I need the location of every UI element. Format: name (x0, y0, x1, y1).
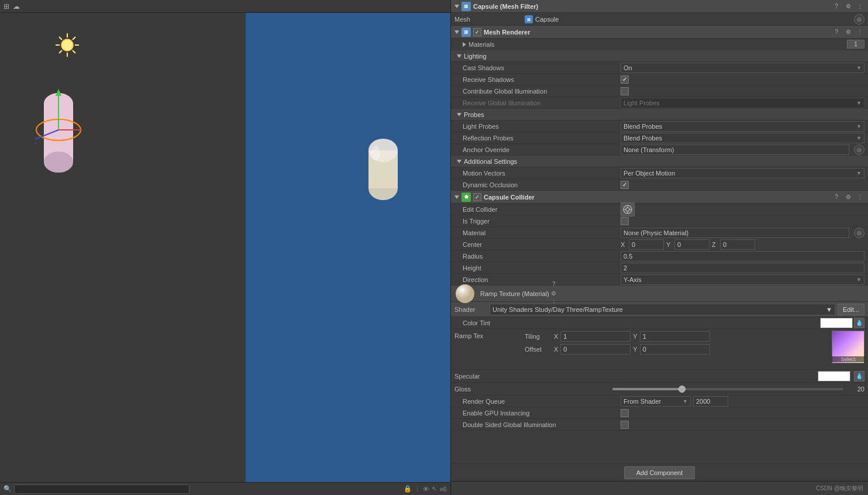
cast-shadows-value[interactable]: On ▼ (621, 63, 864, 73)
color-tint-swatch[interactable] (820, 318, 853, 328)
reflection-probes-dropdown[interactable]: Blend Probes ▼ (621, 133, 864, 143)
center-x-label: X (621, 241, 628, 248)
mesh-renderer-help-icon[interactable]: ? (832, 28, 841, 37)
mesh-renderer-header[interactable]: ▦ Mesh Renderer ? ⚙ ⋮ (451, 26, 868, 39)
gloss-slider-container[interactable]: 20 (612, 386, 864, 393)
height-input[interactable] (621, 263, 864, 273)
shader-edit-btn[interactable]: Edit... (838, 304, 864, 315)
tiling-y-label: Y (633, 333, 637, 340)
tiling-label: Tiling (525, 333, 554, 340)
collider-material-option: None (Physic Material) (624, 229, 688, 236)
lighting-subsection[interactable]: Lighting (451, 50, 868, 62)
is-trigger-row: Is Trigger (451, 215, 868, 227)
tiling-y-input[interactable] (640, 331, 710, 342)
motion-vectors-dropdown[interactable]: Per Object Motion ▼ (621, 168, 864, 178)
center-y-input[interactable] (674, 239, 709, 250)
mesh-renderer-enabled[interactable] (473, 28, 481, 36)
viewport-main[interactable]: X Y Z Persp (0, 13, 450, 482)
offset-x-input[interactable] (560, 344, 631, 355)
svg-marker-25 (56, 89, 61, 96)
mesh-filter-menu-icon[interactable]: ⋮ (855, 2, 864, 11)
ramp-tex-row: Ramp Tex Tiling X Y Offset X (451, 329, 868, 370)
cast-shadows-dropdown[interactable]: On ▼ (621, 63, 864, 73)
additional-settings-subsection[interactable]: Additional Settings (451, 156, 868, 167)
render-queue-label: Render Queue (463, 398, 621, 405)
contribute-gi-checkbox[interactable] (621, 87, 629, 95)
gloss-thumb[interactable] (678, 386, 686, 393)
gpu-instancing-checkbox[interactable] (621, 409, 629, 417)
mesh-filter-header[interactable]: ▦ Capsule (Mesh Filter) ? ⚙ ⋮ (451, 0, 868, 13)
double-sided-gi-row: Double Sided Global Illumination (451, 419, 868, 431)
menu-icon: ⋮ (414, 485, 421, 493)
light-probes-dropdown[interactable]: Blend Probes ▼ (621, 121, 864, 132)
add-component-btn[interactable]: Add Component (624, 466, 695, 479)
ramp-tex-label: Ramp Tex (454, 331, 525, 339)
light-probes-value[interactable]: Blend Probes ▼ (621, 121, 864, 132)
shader-dropdown[interactable]: Unity Shaders Study/Day Three/RampTextur… (490, 304, 835, 315)
collider-material-value[interactable]: None (Physic Material) ◎ (621, 228, 864, 238)
receive-gi-dropdown[interactable]: Light Probes ▼ (621, 98, 864, 108)
direction-option: Y-Axis (624, 276, 642, 283)
collider-material-dropdown[interactable]: None (Physic Material) (621, 228, 849, 238)
capsule-collider-menu-icon[interactable]: ⋮ (855, 192, 864, 202)
contribute-gi-row: Contribute Global Illumination (451, 85, 868, 97)
gpu-instancing-row: Enable GPU Instancing (451, 407, 868, 419)
tiling-offset-block: Tiling X Y Offset X Y (525, 331, 827, 356)
search-input[interactable] (14, 484, 190, 494)
radius-row: Radius (451, 250, 868, 262)
capsule-collider-enabled[interactable] (473, 193, 481, 201)
eye-icon: 👁 (423, 486, 429, 493)
mesh-filter-settings-icon[interactable]: ⚙ (843, 2, 853, 11)
ramp-tex-select-label[interactable]: Select (832, 356, 864, 362)
is-trigger-checkbox[interactable] (621, 217, 629, 225)
double-sided-gi-checkbox[interactable] (621, 421, 629, 429)
gpu-instancing-label: Enable GPU Instancing (463, 410, 621, 417)
gloss-track[interactable] (612, 388, 843, 390)
offset-y-input[interactable] (640, 344, 710, 355)
render-queue-dropdown[interactable]: From Shader ▼ (621, 396, 691, 407)
material-help-icon[interactable]: ? (549, 280, 559, 289)
collider-material-select-btn[interactable]: ◎ (854, 228, 864, 238)
color-tint-eyedrop[interactable]: 💧 (854, 318, 864, 328)
direction-dropdown[interactable]: Y-Axis ▼ (621, 274, 864, 285)
receive-gi-value[interactable]: Light Probes ▼ (621, 98, 864, 108)
mesh-renderer-menu-icon[interactable]: ⋮ (855, 28, 864, 37)
materials-row[interactable]: Materials 1 (451, 39, 868, 50)
tiling-x-input[interactable] (560, 331, 631, 342)
render-queue-input[interactable] (693, 396, 728, 407)
motion-vectors-value[interactable]: Per Object Motion ▼ (621, 168, 864, 178)
capsule-collider-settings-icon[interactable]: ⚙ (843, 192, 853, 202)
material-settings-icon[interactable]: ⚙ (549, 289, 559, 298)
mesh-select-btn[interactable]: ◎ (854, 14, 864, 25)
offset-x-label: X (554, 346, 558, 353)
blue-background (246, 13, 450, 482)
anchor-override-dropdown[interactable]: None (Transform) (621, 145, 849, 155)
center-x-input[interactable] (629, 239, 664, 250)
specular-swatch[interactable] (818, 371, 850, 381)
motion-vectors-arrow: ▼ (856, 170, 862, 176)
direction-value[interactable]: Y-Axis ▼ (621, 274, 864, 285)
radius-value[interactable] (621, 251, 864, 262)
center-z-input[interactable] (720, 239, 755, 250)
dynamic-occlusion-checkbox[interactable] (621, 181, 629, 189)
specular-eyedrop[interactable]: 💧 (854, 371, 864, 381)
lock-icon: 🔒 (404, 485, 412, 493)
svg-point-35 (626, 208, 629, 211)
render-queue-value[interactable]: From Shader ▼ (621, 396, 864, 407)
anchor-override-value[interactable]: None (Transform) ◎ (621, 145, 864, 155)
inspector-scroll[interactable]: ▦ Capsule (Mesh Filter) ? ⚙ ⋮ Mesh ■ Cap… (451, 0, 868, 463)
mesh-filter-help-icon[interactable]: ? (832, 2, 841, 11)
additional-expand-icon (457, 160, 461, 163)
capsule-collider-help-icon[interactable]: ? (832, 192, 841, 202)
receive-shadows-checkbox[interactable] (621, 75, 629, 84)
edit-collider-btn[interactable] (621, 202, 635, 216)
radius-input[interactable] (621, 251, 864, 262)
offset-xy-inputs: X Y (554, 344, 710, 355)
material-section-header[interactable]: Ramp Texture (Material) ? ⚙ ⋮ (451, 286, 868, 302)
cast-shadows-option: On (624, 64, 632, 71)
probes-subsection[interactable]: Probes (451, 109, 868, 121)
mesh-renderer-settings-icon[interactable]: ⚙ (843, 28, 853, 37)
height-value[interactable] (621, 263, 864, 273)
anchor-override-select-btn[interactable]: ◎ (854, 145, 864, 155)
reflection-probes-value[interactable]: Blend Probes ▼ (621, 133, 864, 143)
